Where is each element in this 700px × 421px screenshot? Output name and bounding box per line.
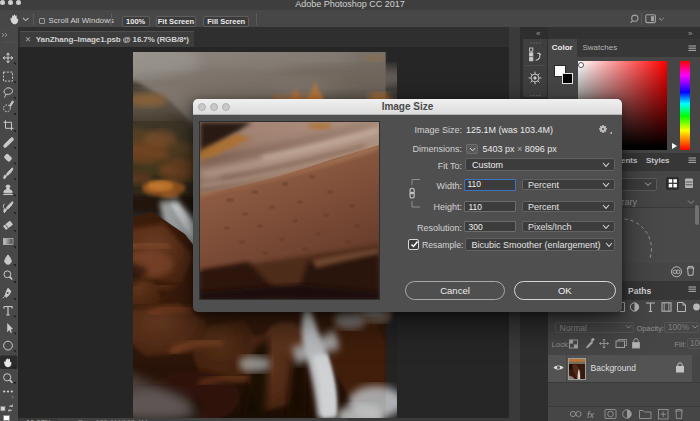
svg-text:fx: fx [587, 410, 595, 420]
